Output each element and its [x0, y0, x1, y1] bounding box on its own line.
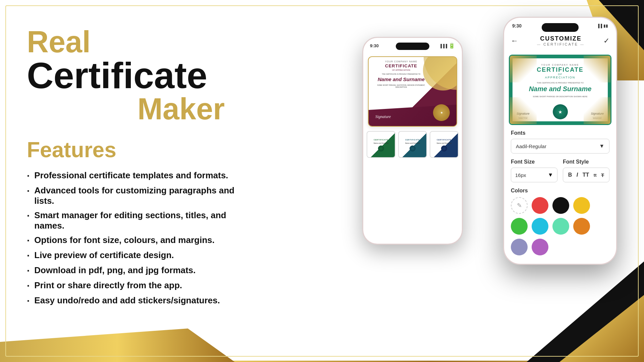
fonts-label: Fonts — [511, 130, 609, 136]
italic-button[interactable]: I — [577, 172, 578, 178]
list-item: Easy undo/redo and add stickers/signatur… — [27, 295, 235, 306]
thumb2-seal — [410, 145, 416, 152]
thumb-cert-1[interactable]: CERTIFICATE Name and Surname — [367, 131, 395, 158]
color-black-picker[interactable] — [552, 197, 569, 214]
font-select-value: Aadil-Regular — [516, 143, 546, 149]
phone2-cert-preview: YOUR COMPANY NAME CERTIFICATE OF APPRECI… — [509, 55, 611, 125]
thumb2-title: CERTIFICATE — [404, 137, 421, 142]
check-button[interactable]: ✓ — [603, 37, 609, 45]
phone1-time: 9:30 — [370, 43, 379, 48]
phones-area: 9:30 ▐▐▐ 🔋 YOUR COMPANY NAME CERTIFICATE — [356, 17, 617, 345]
phone2-screen: 9:30 ▐▐ ▮▮ ← CUSTOMIZE CERTIFICATE ✓ — [504, 18, 616, 264]
color-red-picker[interactable] — [532, 197, 548, 214]
phone1-cert-main: YOUR COMPANY NAME CERTIFICATE OF APPRECI… — [368, 56, 457, 127]
colors-grid: ✎ — [511, 197, 609, 255]
color-mint-picker[interactable] — [552, 218, 569, 235]
color-orange-picker[interactable] — [573, 218, 590, 235]
left-content: Real Certificate Maker Features Professi… — [27, 27, 235, 310]
phone2-signal-icon: ▐▐ — [597, 24, 602, 28]
font-size-col: Font Size 16px ▼ — [511, 159, 557, 182]
title-certificate: Certificate — [27, 57, 235, 94]
list-item: Print or share directly from the app. — [27, 280, 235, 291]
thumb-inner-2: CERTIFICATE Name and Surname — [399, 132, 426, 157]
font-style-col: Font Style B I TT tt T — [563, 159, 609, 182]
gold-stripe-bl — [0, 328, 235, 362]
phone2-title-block: CUSTOMIZE CERTIFICATE — [537, 35, 585, 46]
font-size-arrow-icon: ▼ — [548, 172, 553, 178]
cert-main-content: YOUR COMPANY NAME CERTIFICATE OF APPRECI… — [373, 60, 430, 88]
phone2-notch — [542, 23, 579, 32]
cert-seal: ★ — [433, 104, 450, 121]
font-style-box: B I TT tt T — [563, 168, 609, 182]
list-item: Smart manager for editing sections, titl… — [27, 210, 235, 231]
list-item: Live preview of certificate design. — [27, 250, 235, 261]
strikethrough-button[interactable]: T — [601, 172, 604, 178]
phone2: 9:30 ▐▐ ▮▮ ← CUSTOMIZE CERTIFICATE ✓ — [503, 17, 617, 265]
p2cert-inner: YOUR COMPANY NAME CERTIFICATE OF APPRECI… — [510, 56, 610, 124]
thumb-cert-2[interactable]: CERTIFICATE Name and Surname — [398, 131, 427, 158]
p2cert-presented: THIS CERTIFICATE IS PROUDLY PRESENTED TO — [529, 82, 592, 84]
cert-name: Name and Surname — [373, 76, 430, 82]
main-container: Real Certificate Maker Features Professi… — [0, 0, 644, 362]
uppercase-button[interactable]: TT — [583, 172, 589, 178]
list-item: Professional certificate templates and f… — [27, 170, 235, 181]
color-outline-icon: ✎ — [517, 202, 522, 209]
back-button[interactable]: ← — [511, 37, 518, 45]
title-real: Real — [27, 27, 235, 57]
p2cert-title: CERTIFICATE — [529, 67, 592, 73]
phone1-notch — [396, 43, 429, 50]
phone1-screen: 9:30 ▐▐▐ 🔋 YOUR COMPANY NAME CERTIFICATE — [363, 38, 462, 244]
cert-presented: THE CERTIFICATE IS PROUDLY PRESENTED TO — [373, 73, 430, 75]
font-size-label: Font Size — [511, 159, 557, 165]
phone2-time: 9:30 — [512, 23, 522, 28]
battery-icon: 🔋 — [448, 43, 455, 49]
features-section: Features Professional certificate templa… — [27, 137, 235, 306]
list-item: Download in pdf, png, and jpg formats. — [27, 265, 235, 276]
list-item: Options for font size, colours, and marg… — [27, 235, 235, 246]
p2cert-gold-br — [584, 97, 610, 124]
phone2-header: ← CUSTOMIZE CERTIFICATE ✓ — [504, 35, 616, 46]
thumb-inner-3: CERTIFICATE Name and Surname — [430, 132, 458, 157]
bold-button[interactable]: B — [568, 172, 572, 178]
features-heading: Features — [27, 137, 235, 162]
cert-desc: SOME SHORT PHRASE, QUOTATION, MISSION ST… — [373, 84, 430, 88]
thumb2-name: Name and Surname — [405, 142, 420, 144]
cert-subtitle: OF APPRECIATION — [373, 69, 430, 71]
thumb1-name: Name and Surname — [374, 142, 389, 144]
cert-title: CERTIFICATE — [373, 63, 430, 68]
color-green-picker[interactable] — [511, 218, 528, 235]
phone1-thumbs: CERTIFICATE Name and Surname CERTIFICATE… — [367, 131, 459, 158]
lowercase-button[interactable]: tt — [594, 173, 597, 178]
list-item: Advanced tools for customizing paragraph… — [27, 185, 235, 206]
p2cert-of: OF — [529, 73, 592, 76]
app-title: Real Certificate Maker — [27, 27, 235, 124]
phone2-controls: Fonts Aadil-Regular ▼ Font Size 16px ▼ — [504, 130, 616, 255]
color-purple-picker[interactable] — [532, 239, 548, 255]
phone1-status-icons: ▐▐▐ 🔋 — [439, 43, 455, 49]
p2cert-company: YOUR COMPANY NAME — [529, 64, 592, 66]
color-cyan-picker[interactable] — [532, 218, 548, 235]
thumb1-seal — [378, 145, 384, 152]
phone2-status-icons: ▐▐ ▮▮ — [597, 23, 608, 28]
color-yellow-picker[interactable] — [573, 197, 590, 214]
cert-signature: Signature — [375, 114, 391, 119]
color-outline-picker[interactable]: ✎ — [511, 197, 528, 214]
signal-icon: ▐▐▐ — [439, 44, 447, 48]
thumb-inner-1: CERTIFICATE Name and Surname — [367, 132, 395, 157]
control-row-size-style: Font Size 16px ▼ Font Style B I TT — [511, 159, 609, 182]
color-grayblue-picker[interactable] — [511, 239, 528, 255]
phone2-certificate-subtitle: CERTIFICATE — [537, 42, 585, 46]
font-size-select[interactable]: 16px ▼ — [511, 168, 557, 182]
thumb3-title: CERTIFICATE — [435, 137, 453, 142]
font-select-dropdown[interactable]: Aadil-Regular ▼ — [511, 139, 609, 154]
thumb-cert-3[interactable]: CERTIFICATE Name and Surname — [430, 131, 459, 158]
p2cert-desc: SOME SHORT PHRASE OR DESCRIPTION SHOWN H… — [529, 96, 592, 98]
thumb3-name: Name and Surname — [437, 142, 452, 144]
p2cert-name: Name and Surname — [529, 85, 592, 93]
phone2-customize-title: CUSTOMIZE — [537, 35, 585, 42]
p2cert-gold-bl — [510, 97, 537, 124]
cert-company: YOUR COMPANY NAME — [373, 60, 430, 63]
font-dropdown-arrow-icon: ▼ — [599, 143, 604, 149]
phone1: 9:30 ▐▐▐ 🔋 YOUR COMPANY NAME CERTIFICATE — [362, 37, 463, 245]
font-size-value: 16px — [515, 172, 526, 178]
